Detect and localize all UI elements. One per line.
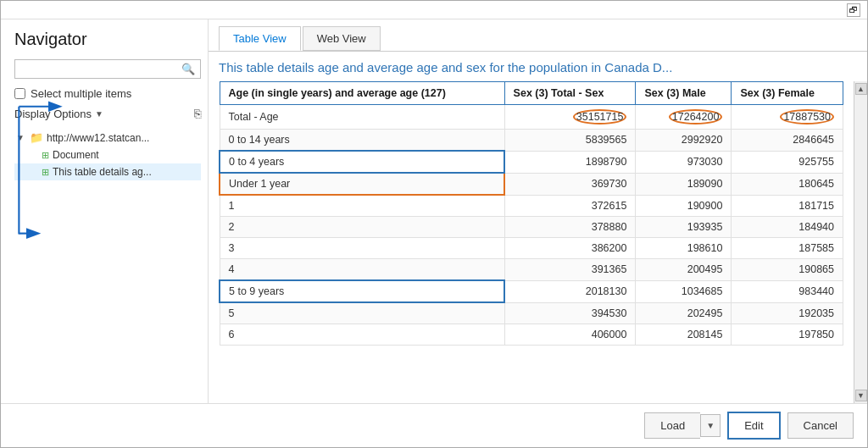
- display-options-label: Display Options: [14, 108, 92, 120]
- table-row: Total - Age351517151726420017887530: [220, 105, 843, 130]
- cancel-button[interactable]: Cancel: [787, 412, 854, 439]
- cell-age: 3: [220, 238, 504, 259]
- cell-male: 1034685: [636, 280, 732, 302]
- tab-web-view[interactable]: Web View: [303, 26, 381, 51]
- table-title: This table details age and average age a…: [209, 52, 867, 81]
- col-header-female: Sex (3) Female: [732, 82, 843, 105]
- table-body: Total - Age3515171517264200178875300 to …: [220, 105, 843, 346]
- search-box[interactable]: 🔍: [14, 59, 201, 79]
- cell-male: 202495: [636, 302, 732, 324]
- table-row: 3386200198610187585: [220, 238, 843, 259]
- cell-male: 2992920: [636, 130, 732, 152]
- cell-female: 184940: [732, 217, 843, 238]
- tabs-bar: Table View Web View: [209, 19, 867, 52]
- right-panel: Table View Web View This table details a…: [209, 19, 867, 403]
- edit-button[interactable]: Edit: [727, 412, 780, 440]
- cell-total: 386200: [504, 238, 636, 259]
- cell-male: 193935: [636, 217, 732, 238]
- cell-female: 187585: [732, 238, 843, 259]
- cell-age: 5: [220, 302, 504, 324]
- tree-document-label: Document: [53, 149, 99, 161]
- tree-item-document[interactable]: ⊞ Document: [14, 147, 201, 163]
- tree-view: ▼ 📁 http://www12.statcan... ⊞ Document ⊞…: [14, 129, 201, 396]
- navigator-title: Navigator: [14, 30, 201, 49]
- cell-total: 1898790: [504, 151, 636, 173]
- cell-total: 378880: [504, 217, 636, 238]
- cell-male: 198610: [636, 238, 732, 259]
- cell-total: 394530: [504, 302, 636, 324]
- bottom-bar: Load ▼ Edit Cancel: [1, 403, 867, 447]
- cell-total: 391365: [504, 259, 636, 281]
- table-icon: ⊞: [42, 167, 49, 178]
- cell-age: 2: [220, 217, 504, 238]
- tree-item-root[interactable]: ▼ 📁 http://www12.statcan...: [14, 129, 201, 147]
- tree-root-label: http://www12.statcan...: [47, 132, 149, 144]
- tab-table-view[interactable]: Table View: [219, 26, 301, 51]
- table-row: 2378880193935184940: [220, 217, 843, 238]
- cell-male: 189090: [636, 173, 732, 195]
- cell-total: 406000: [504, 324, 636, 346]
- data-table: Age (in single years) and average age (1…: [219, 81, 843, 346]
- cell-male: 17264200: [636, 105, 732, 130]
- scroll-up-button[interactable]: ▲: [855, 83, 867, 95]
- cell-age: 0 to 14 years: [220, 130, 504, 152]
- cell-female: 197850: [732, 324, 843, 346]
- table-row: 6406000208145197850: [220, 324, 843, 346]
- cell-total: 369730: [504, 173, 636, 195]
- cell-age: 0 to 4 years: [220, 151, 504, 173]
- display-options-arrow-icon: ▼: [95, 109, 103, 119]
- cell-female: 181715: [732, 195, 843, 217]
- left-panel: Navigator 🔍 Select multiple items Displa…: [1, 19, 209, 403]
- cell-male: 973030: [636, 151, 732, 173]
- cell-female: 925755: [732, 151, 843, 173]
- tree-table-label: This table details ag...: [53, 166, 152, 178]
- cell-age: 5 to 9 years: [220, 280, 504, 302]
- folder-icon: 📁: [30, 131, 43, 144]
- display-options-settings-icon[interactable]: ⎘: [194, 107, 201, 120]
- col-header-total: Sex (3) Total - Sex: [504, 82, 636, 105]
- cell-female: 192035: [732, 302, 843, 324]
- cell-female: 17887530: [732, 105, 843, 130]
- cell-age: Under 1 year: [220, 173, 504, 195]
- cell-age: 6: [220, 324, 504, 346]
- col-header-age: Age (in single years) and average age (1…: [220, 82, 504, 105]
- data-table-container[interactable]: Age (in single years) and average age (1…: [209, 81, 854, 403]
- cell-age: Total - Age: [220, 105, 504, 130]
- cell-total: 2018130: [504, 280, 636, 302]
- cell-female: 2846645: [732, 130, 843, 152]
- load-dropdown-arrow[interactable]: ▼: [700, 414, 721, 437]
- table-header-row: Age (in single years) and average age (1…: [220, 82, 843, 105]
- document-icon: ⊞: [42, 150, 49, 161]
- cell-age: 4: [220, 259, 504, 281]
- cell-male: 200495: [636, 259, 732, 281]
- cell-male: 190900: [636, 195, 732, 217]
- cell-female: 190865: [732, 259, 843, 281]
- cell-total: 35151715: [504, 105, 636, 130]
- scrollbar-right[interactable]: ▲ ▼: [854, 81, 867, 403]
- col-header-male: Sex (3) Male: [636, 82, 732, 105]
- table-row: 5 to 9 years20181301034685983440: [220, 280, 843, 302]
- cell-female: 180645: [732, 173, 843, 195]
- table-row: 4391365200495190865: [220, 259, 843, 281]
- load-button-group: Load ▼: [644, 412, 721, 439]
- search-input[interactable]: [20, 63, 181, 75]
- table-row: 0 to 14 years583956529929202846645: [220, 130, 843, 152]
- cell-total: 5839565: [504, 130, 636, 152]
- tree-expand-icon: ▼: [16, 133, 26, 142]
- select-multiple-row: Select multiple items: [14, 87, 201, 100]
- select-multiple-label: Select multiple items: [31, 87, 131, 100]
- display-options[interactable]: Display Options ▼ ⎘: [14, 107, 201, 120]
- cell-male: 208145: [636, 324, 732, 346]
- scroll-down-button[interactable]: ▼: [855, 390, 867, 401]
- table-row: Under 1 year369730189090180645: [220, 173, 843, 195]
- restore-button[interactable]: 🗗: [847, 3, 860, 17]
- search-icon: 🔍: [181, 63, 195, 75]
- main-content: Navigator 🔍 Select multiple items Displa…: [1, 19, 867, 403]
- tree-item-table[interactable]: ⊞ This table details ag...: [14, 163, 201, 180]
- table-row: 5394530202495192035: [220, 302, 843, 324]
- table-row: 0 to 4 years1898790973030925755: [220, 151, 843, 173]
- load-button[interactable]: Load: [644, 412, 700, 439]
- navigator-window: 🗗 Navigator 🔍 Select multiple items Disp…: [0, 0, 868, 448]
- select-multiple-checkbox[interactable]: [14, 88, 25, 99]
- table-row: 1372615190900181715: [220, 195, 843, 217]
